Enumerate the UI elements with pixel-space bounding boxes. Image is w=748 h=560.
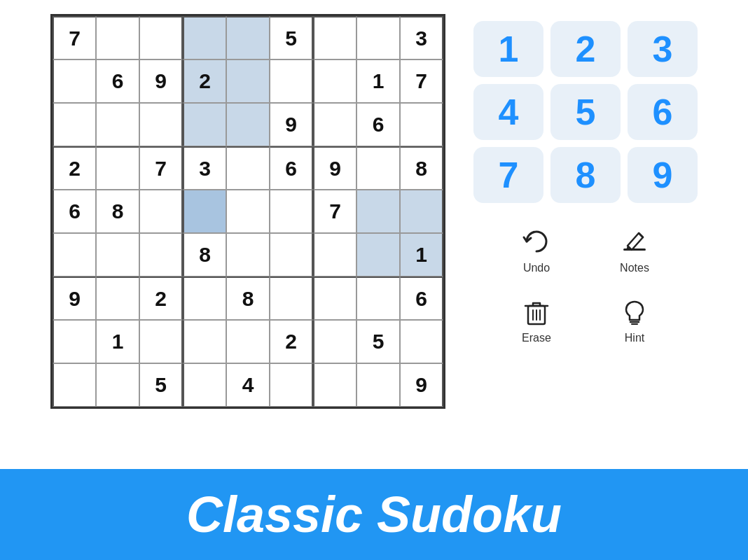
cell-r5-c5[interactable] — [270, 233, 313, 276]
undo-button[interactable]: Undo — [494, 221, 579, 277]
hint-label: Hint — [625, 332, 644, 344]
cell-r6-c8[interactable]: 6 — [400, 276, 443, 320]
cell-r0-c4[interactable] — [226, 16, 270, 59]
cell-r4-c2[interactable] — [139, 190, 183, 233]
cell-r6-c5[interactable] — [270, 276, 313, 320]
num-btn-6[interactable]: 6 — [628, 84, 698, 140]
cell-r8-c5[interactable] — [270, 363, 313, 407]
cell-r0-c6[interactable] — [313, 16, 356, 59]
cell-r5-c2[interactable] — [139, 233, 183, 276]
num-btn-7[interactable]: 7 — [473, 147, 543, 203]
cell-r2-c6[interactable] — [313, 103, 356, 146]
cell-r2-c0[interactable] — [53, 103, 96, 146]
cell-r1-c7[interactable]: 1 — [356, 59, 400, 103]
cell-r5-c1[interactable] — [96, 233, 139, 276]
cell-r0-c2[interactable] — [139, 16, 183, 59]
cell-r0-c1[interactable] — [96, 16, 139, 59]
cell-r4-c4[interactable] — [226, 190, 270, 233]
cell-r8-c4[interactable]: 4 — [226, 363, 270, 407]
cell-r1-c6[interactable] — [313, 59, 356, 103]
cell-r3-c4[interactable] — [226, 146, 270, 190]
cell-r7-c4[interactable] — [226, 320, 270, 363]
erase-button[interactable]: Erase — [494, 291, 579, 347]
cell-r1-c1[interactable]: 6 — [96, 59, 139, 103]
cell-r6-c6[interactable] — [313, 276, 356, 320]
cell-r4-c5[interactable] — [270, 190, 313, 233]
cell-r0-c5[interactable]: 5 — [270, 16, 313, 59]
cell-r3-c5[interactable]: 6 — [270, 146, 313, 190]
cell-r6-c4[interactable]: 8 — [226, 276, 270, 320]
cell-r0-c0[interactable]: 7 — [53, 16, 96, 59]
cell-r8-c2[interactable]: 5 — [139, 363, 183, 407]
notes-button[interactable]: Notes — [593, 221, 677, 277]
cell-r2-c8[interactable] — [400, 103, 443, 146]
num-btn-4[interactable]: 4 — [473, 84, 543, 140]
cell-r8-c1[interactable] — [96, 363, 139, 407]
cell-r4-c0[interactable]: 6 — [53, 190, 96, 233]
cell-r6-c3[interactable] — [183, 276, 226, 320]
cell-r2-c7[interactable]: 6 — [356, 103, 400, 146]
cell-r4-c7[interactable] — [356, 190, 400, 233]
cell-r8-c6[interactable] — [313, 363, 356, 407]
main-area: 7536921796273698687819286125549 12345678… — [0, 0, 748, 469]
cell-r1-c4[interactable] — [226, 59, 270, 103]
cell-r4-c8[interactable] — [400, 190, 443, 233]
num-btn-1[interactable]: 1 — [473, 21, 543, 77]
cell-r7-c8[interactable] — [400, 320, 443, 363]
cell-r3-c1[interactable] — [96, 146, 139, 190]
cell-r7-c6[interactable] — [313, 320, 356, 363]
cell-r6-c2[interactable]: 2 — [139, 276, 183, 320]
cell-r7-c3[interactable] — [183, 320, 226, 363]
cell-r4-c3[interactable] — [183, 190, 226, 233]
cell-r5-c7[interactable] — [356, 233, 400, 276]
cell-r8-c3[interactable] — [183, 363, 226, 407]
cell-r3-c7[interactable] — [356, 146, 400, 190]
cell-r3-c0[interactable]: 2 — [53, 146, 96, 190]
num-btn-3[interactable]: 3 — [628, 21, 698, 77]
cell-r6-c0[interactable]: 9 — [53, 276, 96, 320]
sudoku-grid[interactable]: 7536921796273698687819286125549 — [50, 14, 445, 409]
cell-r6-c7[interactable] — [356, 276, 400, 320]
cell-r3-c6[interactable]: 9 — [313, 146, 356, 190]
cell-r3-c8[interactable]: 8 — [400, 146, 443, 190]
cell-r7-c2[interactable] — [139, 320, 183, 363]
num-btn-8[interactable]: 8 — [550, 147, 621, 203]
cell-r4-c6[interactable]: 7 — [313, 190, 356, 233]
cell-r1-c8[interactable]: 7 — [400, 59, 443, 103]
cell-r2-c5[interactable]: 9 — [270, 103, 313, 146]
hint-button[interactable]: Hint — [593, 291, 677, 347]
cell-r2-c4[interactable] — [226, 103, 270, 146]
cell-r8-c7[interactable] — [356, 363, 400, 407]
num-btn-9[interactable]: 9 — [628, 147, 698, 203]
cell-r1-c0[interactable] — [53, 59, 96, 103]
cell-r7-c1[interactable]: 1 — [96, 320, 139, 363]
cell-r5-c8[interactable]: 1 — [400, 233, 443, 276]
cell-r2-c3[interactable] — [183, 103, 226, 146]
cell-r5-c3[interactable]: 8 — [183, 233, 226, 276]
cell-r2-c1[interactable] — [96, 103, 139, 146]
cell-r7-c0[interactable] — [53, 320, 96, 363]
cell-r7-c5[interactable]: 2 — [270, 320, 313, 363]
undo-icon — [519, 224, 554, 259]
cell-r1-c2[interactable]: 9 — [139, 59, 183, 103]
cell-r3-c2[interactable]: 7 — [139, 146, 183, 190]
cell-r0-c3[interactable] — [183, 16, 226, 59]
num-btn-2[interactable]: 2 — [550, 21, 621, 77]
cell-r3-c3[interactable]: 3 — [183, 146, 226, 190]
cell-r0-c8[interactable]: 3 — [400, 16, 443, 59]
action-buttons: Undo Notes — [494, 221, 677, 347]
cell-r5-c6[interactable] — [313, 233, 356, 276]
cell-r1-c5[interactable] — [270, 59, 313, 103]
cell-r2-c2[interactable] — [139, 103, 183, 146]
cell-r1-c3[interactable]: 2 — [183, 59, 226, 103]
cell-r7-c7[interactable]: 5 — [356, 320, 400, 363]
cell-r8-c0[interactable] — [53, 363, 96, 407]
cell-r8-c8[interactable]: 9 — [400, 363, 443, 407]
num-btn-5[interactable]: 5 — [550, 84, 621, 140]
cell-r4-c1[interactable]: 8 — [96, 190, 139, 233]
cell-r5-c4[interactable] — [226, 233, 270, 276]
cell-r6-c1[interactable] — [96, 276, 139, 320]
cell-r0-c7[interactable] — [356, 16, 400, 59]
notes-icon — [617, 224, 652, 259]
cell-r5-c0[interactable] — [53, 233, 96, 276]
